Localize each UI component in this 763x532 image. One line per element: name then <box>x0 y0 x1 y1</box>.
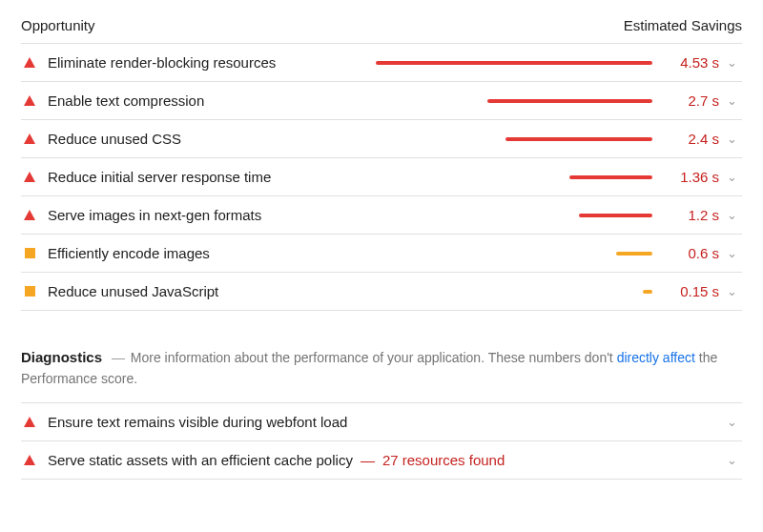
chevron-down-icon: ⌄ <box>723 208 740 222</box>
chevron-down-icon: ⌄ <box>723 132 740 146</box>
fail-triangle-icon <box>23 57 36 69</box>
savings-value: 2.4 s <box>662 131 719 147</box>
chevron-down-icon: ⌄ <box>723 170 740 184</box>
header-savings-label: Estimated Savings <box>624 17 742 33</box>
savings-bar <box>505 137 652 141</box>
fail-triangle-icon <box>23 416 36 427</box>
savings-bar <box>579 214 652 217</box>
opportunity-row[interactable]: Efficiently encode images 0.6 s ⌄ <box>21 235 742 273</box>
diagnostic-label: Serve static assets with an efficient ca… <box>48 452 353 468</box>
fail-triangle-icon <box>23 172 36 183</box>
opportunity-label: Reduce initial server response time <box>48 169 376 185</box>
fail-triangle-icon <box>23 95 36 107</box>
fail-triangle-icon <box>23 454 36 465</box>
diagnostics-header: Diagnostics — More information about the… <box>21 347 742 402</box>
savings-bar-container <box>376 61 652 65</box>
header-opportunity-label: Opportunity <box>21 17 95 33</box>
opportunities-list: Eliminate render-blocking resources 4.53… <box>21 43 742 311</box>
chevron-down-icon: ⌄ <box>723 284 740 298</box>
savings-bar-container <box>376 137 652 141</box>
chevron-down-icon: ⌄ <box>723 415 740 429</box>
diagnostic-row[interactable]: Serve static assets with an efficient ca… <box>21 441 742 480</box>
opportunity-row[interactable]: Enable text compression 2.7 s ⌄ <box>21 82 742 120</box>
opportunity-label: Eliminate render-blocking resources <box>48 54 376 71</box>
diagnostics-section: Diagnostics — More information about the… <box>21 347 742 480</box>
dash: — <box>361 452 375 468</box>
chevron-down-icon: ⌄ <box>723 55 740 70</box>
opportunity-label: Enable text compression <box>48 92 376 109</box>
diagnostics-description-link[interactable]: directly affect <box>617 350 695 365</box>
opportunity-row[interactable]: Reduce unused CSS 2.4 s ⌄ <box>21 120 742 158</box>
dash: — <box>112 350 125 365</box>
fail-triangle-icon <box>23 210 36 221</box>
diagnostics-description-pre: More information about the performance o… <box>131 350 617 365</box>
chevron-down-icon: ⌄ <box>723 246 740 260</box>
savings-value: 1.36 s <box>662 169 719 185</box>
opportunity-row[interactable]: Reduce initial server response time 1.36… <box>21 158 742 196</box>
savings-value: 0.15 s <box>662 283 719 299</box>
savings-bar <box>376 61 652 65</box>
diagnostic-label: Ensure text remains visible during webfo… <box>48 414 383 430</box>
opportunity-label: Efficiently encode images <box>48 245 376 261</box>
savings-bar-container <box>376 175 652 179</box>
savings-bar-container <box>376 214 652 217</box>
savings-bar <box>616 252 652 256</box>
savings-bar-container <box>376 290 652 294</box>
savings-value: 4.53 s <box>662 54 719 71</box>
savings-bar <box>569 175 652 179</box>
average-square-icon <box>23 286 36 297</box>
opportunity-row[interactable]: Reduce unused JavaScript 0.15 s ⌄ <box>21 273 742 311</box>
opportunity-row[interactable]: Serve images in next-gen formats 1.2 s ⌄ <box>21 196 742 235</box>
savings-bar <box>487 99 652 103</box>
savings-bar-container <box>376 99 652 103</box>
opportunity-row[interactable]: Eliminate render-blocking resources 4.53… <box>21 44 742 82</box>
diagnostics-list: Ensure text remains visible during webfo… <box>21 402 742 480</box>
opportunity-label: Serve images in next-gen formats <box>48 207 376 223</box>
opportunities-header: Opportunity Estimated Savings <box>21 17 742 43</box>
chevron-down-icon: ⌄ <box>723 453 740 467</box>
savings-value: 0.6 s <box>662 245 719 261</box>
savings-bar-container <box>376 252 652 256</box>
diagnostics-title: Diagnostics <box>21 349 102 365</box>
savings-value: 2.7 s <box>662 92 719 109</box>
savings-bar <box>643 290 652 294</box>
fail-triangle-icon <box>23 133 36 145</box>
diagnostic-extra: 27 resources found <box>382 452 505 468</box>
opportunity-label: Reduce unused JavaScript <box>48 283 376 299</box>
savings-value: 1.2 s <box>662 207 719 223</box>
diagnostic-row[interactable]: Ensure text remains visible during webfo… <box>21 403 742 441</box>
opportunity-label: Reduce unused CSS <box>48 131 376 147</box>
average-square-icon <box>23 248 36 259</box>
chevron-down-icon: ⌄ <box>723 93 740 108</box>
